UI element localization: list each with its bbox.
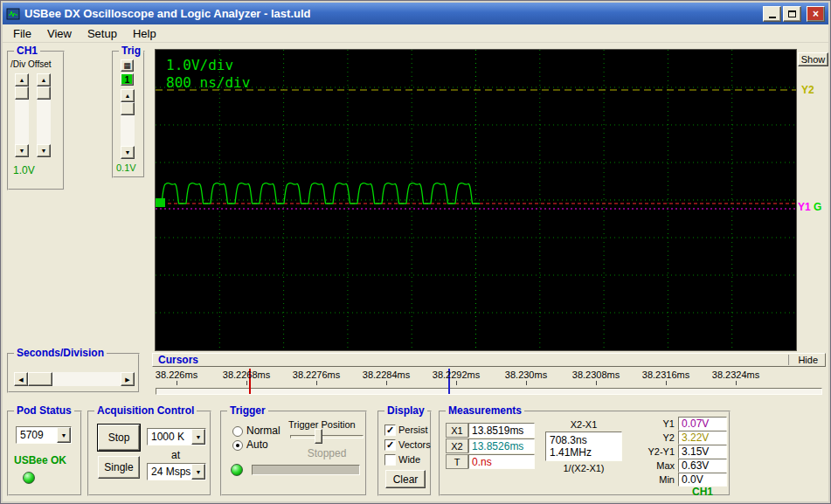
chevron-down-icon: ▼ bbox=[196, 469, 202, 475]
trig-panel-label: Trig bbox=[119, 45, 143, 57]
delta-footer: 1/(X2-X1) bbox=[545, 463, 622, 473]
menu-help[interactable]: Help bbox=[125, 25, 164, 42]
x1-value: 13.8519ms bbox=[468, 423, 535, 438]
trigger-position-slider[interactable] bbox=[290, 435, 364, 438]
y2y1-meas-label: Y2-Y1 bbox=[640, 446, 675, 457]
cursors-header-bar: Cursors Hide bbox=[152, 353, 826, 367]
hide-cursors-button[interactable]: Hide bbox=[798, 355, 818, 365]
cursor-tick-mark bbox=[177, 381, 177, 385]
trigger-level-scrollbar[interactable]: ▲ ▼ bbox=[121, 89, 135, 159]
trigger-normal-label[interactable]: Normal bbox=[246, 425, 280, 437]
seconds-division-panel: Seconds/Division ◀ ▶ bbox=[7, 353, 140, 393]
buffer-size-select[interactable]: 1000 K ▼ bbox=[147, 428, 206, 445]
down-arrow-icon: ▼ bbox=[125, 149, 131, 155]
trigger-position-slider-thumb[interactable] bbox=[315, 429, 322, 444]
cursor-tick-mark bbox=[386, 381, 387, 385]
y1-side-label[interactable]: Y1 bbox=[798, 201, 811, 213]
scope-volts-per-div: 1.0V/div bbox=[166, 57, 233, 73]
minimize-button[interactable] bbox=[763, 6, 781, 22]
scroll-thumb[interactable] bbox=[28, 372, 52, 386]
cursor-tick-mark bbox=[246, 381, 247, 385]
scroll-track[interactable] bbox=[37, 86, 51, 144]
left-arrow-icon: ◀ bbox=[18, 376, 23, 383]
min-meas-value: 0.0V bbox=[678, 473, 727, 487]
show-button[interactable]: Show bbox=[798, 52, 828, 66]
scroll-track[interactable] bbox=[28, 372, 121, 386]
cursors-label: Cursors bbox=[158, 354, 198, 366]
pod-status-led bbox=[23, 472, 35, 484]
cursor-tick-mark bbox=[526, 381, 527, 385]
title-bar[interactable]: USBee DX Oscilloscope and Logic Analyzer… bbox=[3, 3, 828, 24]
scroll-up-button[interactable]: ▲ bbox=[121, 89, 135, 102]
scope-display[interactable]: 1.0V/div 800 ns/div bbox=[156, 50, 796, 350]
buffer-size-dropdown-button[interactable]: ▼ bbox=[191, 429, 205, 445]
scroll-track[interactable] bbox=[15, 86, 29, 144]
trigger-level-value: 0.1V bbox=[116, 162, 136, 173]
cursor-ruler[interactable]: 38.226ms38.2268ms38.2276ms38.2284ms38.22… bbox=[152, 368, 826, 396]
trigger-auto-label[interactable]: Auto bbox=[246, 438, 268, 451]
scroll-up-button[interactable]: ▲ bbox=[15, 73, 29, 86]
persist-checkbox[interactable]: ✓ bbox=[384, 425, 396, 436]
menu-file[interactable]: File bbox=[5, 25, 39, 42]
scroll-thumb[interactable] bbox=[37, 86, 51, 100]
pod-select-value: 5709 bbox=[17, 427, 57, 443]
trigger-channel-button[interactable]: 1 bbox=[121, 73, 134, 86]
cursor-ruler-track[interactable] bbox=[156, 388, 822, 395]
display-panel: Display ✓ Persist ✓ Vectors Wide Clear bbox=[377, 411, 432, 496]
trigger-auto-radio[interactable] bbox=[232, 440, 243, 451]
y2-side-label[interactable]: Y2 bbox=[801, 84, 814, 96]
scroll-thumb[interactable] bbox=[121, 102, 135, 115]
scroll-left-button[interactable]: ◀ bbox=[14, 372, 28, 386]
ch1-div-scrollbar[interactable]: ▲ ▼ bbox=[15, 73, 29, 157]
close-button[interactable]: × bbox=[807, 6, 825, 22]
ground-side-label[interactable]: G bbox=[814, 201, 821, 213]
persist-label[interactable]: Persist bbox=[398, 425, 428, 435]
sample-rate-dropdown-button[interactable]: ▼ bbox=[191, 464, 205, 480]
cursor-tick-label: 38.2268ms bbox=[223, 369, 270, 380]
ch1-offset-scrollbar[interactable]: ▲ ▼ bbox=[37, 73, 51, 157]
cursor-tick-label: 38.2316ms bbox=[642, 369, 689, 380]
seconds-division-scrollbar[interactable]: ◀ ▶ bbox=[14, 372, 135, 386]
sample-rate-select[interactable]: 24 Msps ▼ bbox=[147, 463, 206, 480]
vectors-checkbox[interactable]: ✓ bbox=[384, 439, 396, 451]
ch1-panel: CH1 /Div Offset ▲ ▼ ▲ ▼ 1.0V bbox=[7, 51, 65, 190]
ch1-panel-label: CH1 bbox=[14, 45, 40, 57]
measurements-panel-label: Measurements bbox=[446, 404, 524, 417]
trigger-panel: Trigger Normal Auto Trigger Position Sto… bbox=[220, 411, 367, 496]
x2-value: 13.8526ms bbox=[468, 438, 535, 453]
max-meas-label: Max bbox=[640, 460, 675, 471]
right-arrow-icon: ▶ bbox=[125, 376, 129, 383]
ch1-volts-per-div: 1.0V bbox=[13, 164, 35, 176]
cursor-tick-label: 38.2284ms bbox=[363, 369, 410, 380]
acquisition-progress-bar bbox=[252, 465, 360, 475]
pod-select-dropdown-button[interactable]: ▼ bbox=[57, 427, 71, 443]
y2y1-meas-value: 3.15V bbox=[678, 445, 727, 459]
x2-label-cell: X2 bbox=[446, 438, 468, 453]
single-button[interactable]: Single bbox=[98, 456, 140, 479]
cursor-tick-mark bbox=[666, 381, 667, 385]
scroll-right-button[interactable]: ▶ bbox=[121, 372, 135, 386]
scroll-up-button[interactable]: ▲ bbox=[37, 73, 51, 86]
scroll-track[interactable] bbox=[121, 102, 135, 146]
menu-view[interactable]: View bbox=[39, 25, 80, 42]
wide-checkbox[interactable] bbox=[384, 454, 396, 466]
trig-panel: Trig ▦ 1 ▲ ▼ 0.1V bbox=[112, 51, 145, 178]
trigger-normal-radio[interactable] bbox=[232, 426, 243, 437]
scroll-thumb[interactable] bbox=[15, 86, 29, 100]
scroll-down-button[interactable]: ▼ bbox=[37, 144, 51, 157]
stop-button[interactable]: Stop bbox=[98, 425, 140, 451]
acquisition-control-panel: Acquisition Control Stop 1000 K ▼ at Sin… bbox=[87, 411, 211, 496]
cursor-tick-label: 38.2308ms bbox=[572, 369, 620, 380]
trigger-type-button[interactable]: ▦ bbox=[121, 59, 134, 72]
clear-button[interactable]: Clear bbox=[385, 470, 426, 488]
scroll-down-button[interactable]: ▼ bbox=[121, 146, 135, 159]
ground-marker[interactable] bbox=[156, 198, 165, 207]
close-icon: × bbox=[813, 8, 819, 20]
vectors-label[interactable]: Vectors bbox=[398, 439, 431, 450]
pod-select[interactable]: 5709 ▼ bbox=[16, 426, 72, 444]
menu-setup[interactable]: Setup bbox=[80, 25, 125, 42]
wide-label[interactable]: Wide bbox=[398, 454, 420, 465]
scroll-down-button[interactable]: ▼ bbox=[15, 144, 29, 157]
max-meas-value: 0.63V bbox=[678, 459, 727, 473]
maximize-button[interactable] bbox=[783, 6, 801, 22]
